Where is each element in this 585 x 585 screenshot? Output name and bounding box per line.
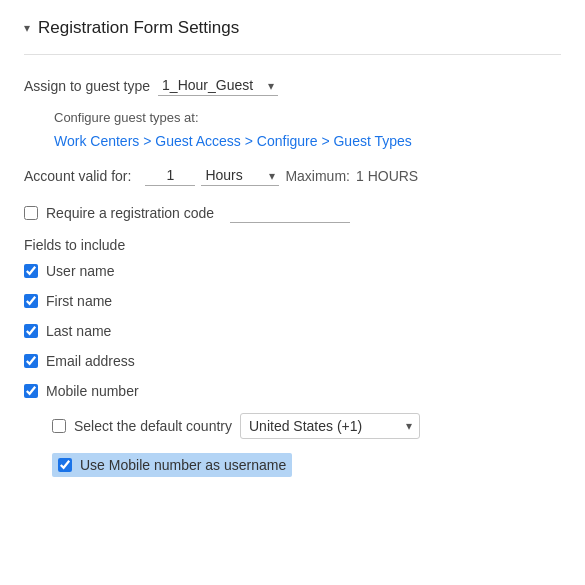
fields-section-label: Fields to include [24, 237, 561, 253]
use-mobile-label: Use Mobile number as username [80, 457, 286, 473]
default-country-checkbox[interactable] [52, 419, 66, 433]
guest-type-select-wrapper: 1_Hour_Guest Day_Guest Week_Guest ▾ [158, 75, 278, 96]
breadcrumb-link[interactable]: Work Centers > Guest Access > Configure … [54, 133, 412, 149]
use-mobile-row: Use Mobile number as username [52, 453, 292, 477]
reg-code-input[interactable] [230, 202, 350, 223]
field-last-name-label: Last name [46, 323, 111, 339]
max-value: 1 HOURS [356, 168, 418, 184]
require-reg-code-checkbox[interactable] [24, 206, 38, 220]
field-user-name-row: User name [24, 263, 561, 279]
account-valid-label: Account valid for: [24, 168, 131, 184]
field-mobile-label: Mobile number [46, 383, 139, 399]
field-first-name-checkbox[interactable] [24, 294, 38, 308]
max-text: Maximum: [285, 168, 350, 184]
field-last-name-row: Last name [24, 323, 561, 339]
registration-form-settings-panel: ▾ Registration Form Settings Assign to g… [0, 0, 585, 495]
default-country-row: Select the default country United States… [52, 413, 561, 439]
field-first-name-row: First name [24, 293, 561, 309]
section-title: Registration Form Settings [38, 18, 239, 38]
field-first-name-label: First name [46, 293, 112, 309]
require-reg-code-label: Require a registration code [46, 205, 214, 221]
account-valid-number-input[interactable] [145, 165, 195, 186]
divider [24, 54, 561, 55]
require-reg-code-row: Require a registration code [24, 202, 561, 223]
field-mobile-checkbox[interactable] [24, 384, 38, 398]
default-country-label: Select the default country [74, 418, 232, 434]
unit-select-wrapper: Hours Minutes Days ▾ [201, 165, 279, 186]
unit-select[interactable]: Hours Minutes Days [201, 165, 279, 186]
fields-list: User name First name Last name Email add… [24, 263, 561, 399]
field-email-row: Email address [24, 353, 561, 369]
country-select[interactable]: United States (+1) Canada (+1) United Ki… [240, 413, 420, 439]
collapse-icon[interactable]: ▾ [24, 21, 30, 35]
country-select-wrapper: United States (+1) Canada (+1) United Ki… [240, 413, 420, 439]
configure-text: Configure guest types at: [54, 110, 561, 125]
account-valid-row: Account valid for: Hours Minutes Days ▾ … [24, 165, 561, 186]
field-email-checkbox[interactable] [24, 354, 38, 368]
field-last-name-checkbox[interactable] [24, 324, 38, 338]
use-mobile-checkbox[interactable] [58, 458, 72, 472]
section-header: ▾ Registration Form Settings [24, 18, 561, 38]
guest-type-select[interactable]: 1_Hour_Guest Day_Guest Week_Guest [158, 75, 278, 96]
assign-guest-type-label: Assign to guest type [24, 78, 150, 94]
field-email-label: Email address [46, 353, 135, 369]
field-user-name-label: User name [46, 263, 114, 279]
assign-guest-type-row: Assign to guest type 1_Hour_Guest Day_Gu… [24, 75, 561, 96]
field-mobile-row: Mobile number [24, 383, 561, 399]
field-user-name-checkbox[interactable] [24, 264, 38, 278]
